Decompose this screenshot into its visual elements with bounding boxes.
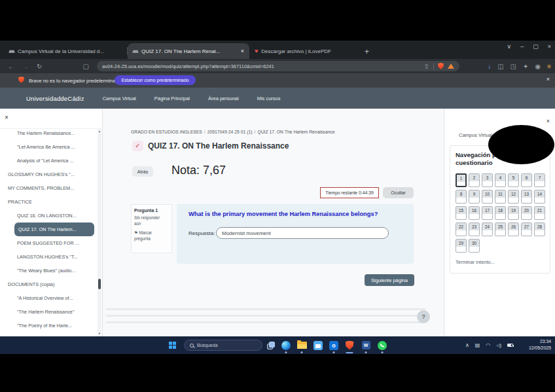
tab-quiz-active[interactable]: QUIZ 17. ON The Harlem Renai... × bbox=[128, 43, 249, 59]
question-nav-button-29[interactable]: 29 bbox=[456, 239, 467, 253]
question-nav-button-7[interactable]: 7 bbox=[534, 173, 545, 187]
volume-icon[interactable]: ◁) bbox=[496, 343, 501, 348]
campus-virtual-link[interactable]: Campus Virtual bbox=[459, 132, 492, 138]
outlook-button[interactable]: o bbox=[327, 336, 340, 354]
question-nav-button-8[interactable]: 8 bbox=[456, 190, 467, 204]
breadcrumb-link[interactable]: GRADO EN ESTUDIOS INGLESES bbox=[131, 130, 202, 134]
question-nav-button-9[interactable]: 9 bbox=[469, 190, 480, 204]
set-default-button[interactable]: Establecer como predeterminado bbox=[115, 75, 196, 85]
tray-chevron-icon[interactable]: ∧ bbox=[465, 342, 469, 348]
url-text[interactable]: av04-24-25.uca.es/moodle/mod/quiz/attemp… bbox=[102, 63, 420, 69]
question-nav-button-11[interactable]: 11 bbox=[495, 190, 506, 204]
sidebar-item[interactable]: The Harlem Renaissance... bbox=[0, 128, 98, 140]
question-nav-button-17[interactable]: 17 bbox=[482, 206, 493, 220]
task-view-button[interactable] bbox=[264, 336, 278, 354]
sidebar-item[interactable]: "Let America Be America ... bbox=[0, 140, 98, 154]
banner-close-icon[interactable]: × bbox=[546, 76, 550, 82]
nav-campus-virtual[interactable]: Campus Virtual bbox=[103, 96, 136, 101]
question-nav-button-2[interactable]: 2 bbox=[469, 173, 480, 187]
bookmark-icon[interactable]: ▢ bbox=[82, 63, 88, 70]
question-nav-button-19[interactable]: 19 bbox=[508, 206, 519, 220]
question-nav-button-3[interactable]: 3 bbox=[482, 173, 493, 187]
back-icon[interactable]: ← bbox=[8, 63, 14, 70]
taskbar-search[interactable]: Búsqueda bbox=[184, 340, 262, 351]
question-nav-button-14[interactable]: 14 bbox=[534, 190, 545, 204]
taskbar-clock[interactable]: 23:34 12/05/2025 bbox=[529, 338, 551, 351]
sidebar-item[interactable]: "The Harlem Renaissance" bbox=[0, 305, 98, 319]
scroll-down-icon[interactable]: ▼ bbox=[98, 332, 101, 335]
uca-logo[interactable]: UniversidaddeCádiz bbox=[26, 95, 84, 102]
sidebar-item[interactable]: GLOSSARY ON HUGHES's "... bbox=[0, 168, 98, 181]
store-button[interactable] bbox=[312, 336, 325, 354]
tab-campus-virtual[interactable]: Campus Virtual de la Universidad d... bbox=[4, 43, 127, 59]
sidebar-item[interactable]: QUIZ 16. ON LANGSTON... bbox=[0, 209, 98, 223]
sidebar-item[interactable]: "The Weary Blues" (audio... bbox=[0, 264, 98, 277]
question-nav-button-22[interactable]: 22 bbox=[456, 223, 467, 236]
rewards-icon[interactable]: ◉ bbox=[535, 63, 541, 70]
address-bar[interactable]: av04-24-25.uca.es/moodle/mod/quiz/attemp… bbox=[97, 61, 459, 71]
question-nav-button-1[interactable]: 1 bbox=[456, 173, 467, 187]
tab-ilovepdf[interactable]: ♥ Descargar archivo | iLovePDF bbox=[249, 43, 359, 59]
breadcrumb-link[interactable]: 20517049 24 25 01 (1) bbox=[207, 130, 253, 134]
new-tab-button[interactable]: + bbox=[365, 47, 369, 56]
question-nav-button-16[interactable]: 16 bbox=[469, 206, 480, 220]
question-nav-button-24[interactable]: 24 bbox=[482, 223, 493, 236]
answer-input[interactable] bbox=[216, 227, 389, 239]
question-nav-button-27[interactable]: 27 bbox=[521, 223, 532, 236]
back-button[interactable]: Atrás bbox=[132, 166, 153, 177]
file-explorer-button[interactable] bbox=[295, 336, 308, 354]
drawer-scrollbar[interactable]: ▲ ▼ bbox=[98, 128, 101, 336]
question-nav-button-28[interactable]: 28 bbox=[534, 223, 545, 236]
flag-question-link[interactable]: ⚑ Marcar pregunta bbox=[134, 230, 160, 241]
edge-button[interactable] bbox=[279, 336, 293, 354]
minimize-icon[interactable]: – bbox=[520, 43, 524, 50]
next-page-button[interactable]: Siguiente página bbox=[365, 274, 414, 286]
question-nav-button-25[interactable]: 25 bbox=[495, 223, 506, 236]
split-view-icon[interactable]: ◫ bbox=[497, 63, 503, 70]
tab-search-icon[interactable]: ∨ bbox=[507, 43, 512, 50]
finish-attempt-link[interactable]: Terminar intento... bbox=[456, 259, 545, 265]
whatsapp-button[interactable] bbox=[376, 336, 389, 354]
question-nav-button-15[interactable]: 15 bbox=[456, 206, 467, 220]
scrollbar-thumb[interactable] bbox=[98, 279, 101, 289]
sidebar-item[interactable]: LANGSTON HUGHES's "T... bbox=[0, 250, 98, 264]
question-nav-button-21[interactable]: 21 bbox=[534, 206, 545, 220]
question-nav-button-10[interactable]: 10 bbox=[482, 190, 493, 204]
wifi-icon[interactable]: ◠ bbox=[486, 342, 490, 348]
sidebar-item[interactable]: PRACTICE bbox=[0, 195, 98, 209]
sidebar-item-active[interactable]: QUIZ 17. ON The Harlem... bbox=[14, 223, 94, 236]
tab-close-icon[interactable]: × bbox=[241, 48, 244, 54]
brave-button[interactable] bbox=[343, 336, 356, 354]
question-nav-button-26[interactable]: 26 bbox=[508, 223, 519, 236]
question-nav-button-13[interactable]: 13 bbox=[521, 190, 532, 204]
help-button[interactable]: ? bbox=[417, 310, 430, 323]
picture-in-picture-icon[interactable]: ◳ bbox=[510, 63, 516, 70]
hide-timer-button[interactable]: Ocultar bbox=[383, 187, 414, 198]
nav-pagina-principal[interactable]: Página Principal bbox=[154, 96, 190, 101]
scroll-up-icon[interactable]: ▲ bbox=[98, 130, 101, 133]
sidebar-item[interactable]: "The Poetry of the Harle... bbox=[0, 319, 98, 332]
nav-area-personal[interactable]: Área personal bbox=[208, 96, 239, 101]
share-icon[interactable]: ⇧ bbox=[424, 63, 429, 70]
maximize-icon[interactable]: ▢ bbox=[533, 43, 539, 50]
question-nav-button-30[interactable]: 30 bbox=[469, 239, 480, 253]
keyboard-layout-icon[interactable]: ▤ bbox=[475, 342, 480, 348]
word-button[interactable]: W bbox=[359, 336, 372, 354]
question-nav-button-4[interactable]: 4 bbox=[495, 173, 506, 187]
leo-ai-sparkle-icon[interactable]: ✦ bbox=[523, 63, 528, 70]
menu-icon[interactable]: ≡ bbox=[547, 63, 551, 70]
question-nav-button-6[interactable]: 6 bbox=[521, 173, 532, 187]
question-nav-button-18[interactable]: 18 bbox=[495, 206, 506, 220]
start-button[interactable] bbox=[166, 336, 179, 354]
question-nav-button-12[interactable]: 12 bbox=[508, 190, 519, 204]
drawer-close-icon[interactable]: × bbox=[5, 114, 9, 121]
download-icon[interactable]: ↓ bbox=[488, 63, 491, 70]
forward-icon[interactable]: → bbox=[22, 63, 29, 70]
drawer-close-icon[interactable]: × bbox=[546, 118, 550, 124]
sidebar-item[interactable]: Analysis of "Let America ... bbox=[0, 154, 98, 168]
close-window-icon[interactable]: × bbox=[548, 43, 551, 50]
warning-triangle-icon[interactable] bbox=[448, 63, 454, 69]
brave-shield-icon[interactable] bbox=[438, 63, 444, 69]
question-nav-button-23[interactable]: 23 bbox=[469, 223, 480, 236]
sidebar-item[interactable]: POEM SUGGESTED FOR ... bbox=[0, 236, 98, 250]
